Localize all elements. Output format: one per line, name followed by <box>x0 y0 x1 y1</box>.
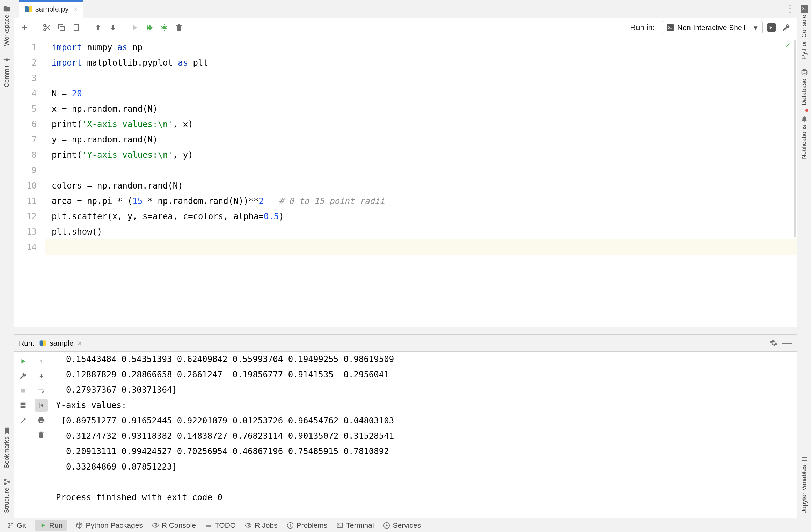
pin-button[interactable] <box>17 414 29 426</box>
status-problems[interactable]: Problems <box>287 521 328 530</box>
run-tw-title: Run: <box>19 339 34 347</box>
bug-icon <box>160 23 168 32</box>
settings-button[interactable] <box>780 22 792 34</box>
svg-text:R: R <box>154 524 157 527</box>
fix-button[interactable] <box>17 370 29 382</box>
soft-wrap-button[interactable] <box>35 384 48 397</box>
close-tab-icon[interactable]: × <box>74 5 78 13</box>
plus-icon <box>21 23 29 32</box>
svg-rect-11 <box>667 24 674 31</box>
list-icon <box>801 455 808 463</box>
arrow-down-icon <box>37 372 45 380</box>
pin-icon <box>19 416 27 424</box>
structure-tool[interactable]: Structure <box>3 478 11 513</box>
scroll-to-end-button[interactable] <box>35 399 48 412</box>
copy-icon <box>57 23 66 32</box>
terminal-icon <box>336 522 343 529</box>
status-terminal[interactable]: Terminal <box>336 521 374 530</box>
minimize-run-tw-icon[interactable]: — <box>782 338 792 349</box>
debug-button[interactable] <box>158 22 170 34</box>
svg-rect-16 <box>20 406 22 408</box>
database-label: Database <box>801 79 808 105</box>
scroll-end-icon <box>37 401 45 409</box>
close-run-tab-icon[interactable]: × <box>78 339 82 347</box>
move-up-button[interactable] <box>92 22 104 34</box>
run-config-tab[interactable]: sample × <box>39 339 82 347</box>
play-icon <box>19 357 27 365</box>
svg-rect-8 <box>74 25 78 30</box>
delete-button[interactable] <box>173 22 185 34</box>
status-todo[interactable]: TODO <box>205 521 236 530</box>
svg-point-0 <box>6 58 8 61</box>
trash-icon <box>37 431 45 438</box>
svg-point-5 <box>44 29 46 31</box>
move-down-button[interactable] <box>107 22 119 34</box>
paste-button[interactable] <box>70 22 82 34</box>
commit-icon <box>3 56 11 64</box>
layout-button[interactable] <box>17 399 29 412</box>
editor[interactable]: 1234567 891011121314 import numpy as np … <box>14 37 797 327</box>
editor-toolbar: Run in: Non-Interactive Shell ▾ <box>14 18 797 37</box>
run-config-name: sample <box>50 339 73 347</box>
status-r-console[interactable]: R R Console <box>152 521 196 530</box>
gear-icon[interactable] <box>770 339 777 347</box>
run-all-button[interactable] <box>144 22 155 34</box>
cut-button[interactable] <box>41 22 53 34</box>
console-output[interactable]: 0.15443484 0.54351393 0.62409842 0.55993… <box>50 352 797 518</box>
svg-rect-17 <box>23 406 25 408</box>
stop-button[interactable] <box>17 384 29 397</box>
clear-button[interactable] <box>35 428 48 441</box>
rerun-button[interactable] <box>17 355 29 368</box>
svg-point-19 <box>802 69 807 72</box>
send-to-console-button[interactable] <box>766 22 777 34</box>
arrow-up-icon <box>94 23 102 32</box>
scroll-down-button[interactable] <box>35 370 48 382</box>
todo-icon <box>205 522 212 529</box>
clipboard-icon <box>72 23 80 32</box>
right-tool-rail: Python Console Database Notifications Ju… <box>797 0 811 518</box>
code-area[interactable]: import numpy as np import matplotlib.pyp… <box>45 37 797 327</box>
warning-icon <box>287 522 294 529</box>
svg-point-4 <box>44 24 46 27</box>
svg-rect-1 <box>4 479 6 481</box>
horizontal-splitter[interactable] <box>14 327 797 334</box>
print-button[interactable] <box>35 414 48 426</box>
status-git[interactable]: Git <box>7 521 26 530</box>
commit-tool[interactable]: Commit <box>3 56 11 87</box>
workspace-tool[interactable]: Workspace <box>3 5 11 46</box>
prompt-icon <box>667 24 674 31</box>
bookmarks-tool[interactable]: Bookmarks <box>3 427 11 468</box>
printer-icon <box>37 416 45 424</box>
tab-overflow-button[interactable]: ⋮ <box>783 0 797 18</box>
commit-label: Commit <box>3 66 10 87</box>
status-r-jobs[interactable]: R R Jobs <box>245 521 277 530</box>
jupyter-vars-tool[interactable]: Jupyter Variables <box>801 455 808 513</box>
run-cell-button[interactable] <box>129 22 141 34</box>
workspace-label: Workspace <box>3 15 10 46</box>
stop-icon <box>19 387 27 394</box>
wrap-icon <box>37 387 45 394</box>
arrow-down-icon <box>109 23 117 32</box>
play-circle-icon <box>383 522 390 529</box>
database-tool[interactable]: Database <box>801 69 808 105</box>
status-services[interactable]: Services <box>383 521 421 530</box>
run-tw-header: Run: sample × — <box>14 335 797 352</box>
new-chunk-button[interactable] <box>19 22 31 34</box>
python-console-tool[interactable]: Python Console <box>801 5 808 59</box>
r-icon: R <box>245 522 252 529</box>
trash-icon <box>175 23 183 32</box>
status-run[interactable]: Run <box>35 520 67 531</box>
play-double-icon <box>145 23 154 32</box>
runner-name: Non-Interactive Shell <box>677 23 745 32</box>
notifications-label: Notifications <box>801 125 808 159</box>
status-bar: Git Run Python Packages R R Console TODO… <box>0 518 811 532</box>
jupyter-vars-label: Jupyter Variables <box>801 465 808 513</box>
copy-button[interactable] <box>56 22 67 34</box>
status-python-packages[interactable]: Python Packages <box>76 521 143 530</box>
runner-combobox[interactable]: Non-Interactive Shell ▾ <box>662 21 763 34</box>
tab-sample-py[interactable]: sample.py × <box>19 0 83 18</box>
bookmark-icon <box>3 427 11 435</box>
notifications-tool[interactable]: Notifications <box>801 115 808 159</box>
scroll-up-button[interactable] <box>35 355 48 368</box>
svg-rect-13 <box>21 389 25 393</box>
